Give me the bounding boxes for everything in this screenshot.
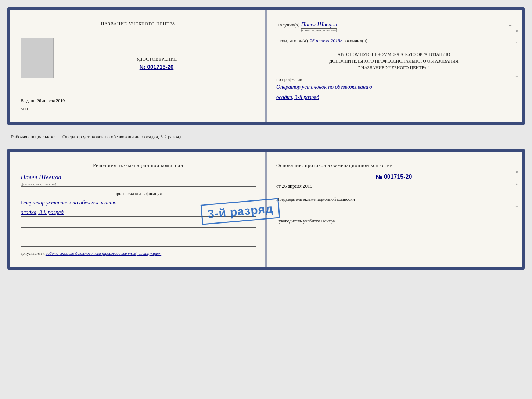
card1-cert-text-block: УДОСТОВЕРЕНИЕ № 001715-20 [57,38,256,70]
decision-title: Решением экзаменационной комиссии [21,163,256,168]
org-line3: " НАЗВАНИЕ УЧЕБНОГО ЦЕНТРА " [276,64,511,71]
dash: – [509,22,512,28]
training-center-title: НАЗВАНИЕ УЧЕБНОГО ЦЕНТРА [21,21,256,27]
mp-label: М.П. [21,107,256,111]
certificate-card-1: НАЗВАНИЕ УЧЕБНОГО ЦЕНТРА УДОСТОВЕРЕНИЕ №… [7,7,525,125]
card2-name-sub: (фамилия, имя, отчество) [21,182,256,187]
cert-number-block: УДОСТОВЕРЕНИЕ № 001715-20 [57,53,256,70]
issued-label: Выдано [21,98,35,104]
vtom-date: 26 апреля 2019г. [310,38,343,44]
certificate-card-2: Решением экзаменационной комиссии Павел … [7,149,525,270]
ot-line: от 26 апреля 2019 [276,183,511,189]
predsedatel-sig-line [276,204,511,212]
issued-line: Выдано 26 апреля 2019 [21,97,256,104]
vtom-label: в том, что он(а) [276,38,308,44]
card2-right-panel: Основание: протокол экзаменационной коми… [266,152,522,267]
допускается-label: допускается к [21,251,44,256]
card2-name: Павел Швецов [21,174,256,181]
osnov-label: Основание: протокол экзаменационной коми… [276,163,511,168]
photo-placeholder [21,38,54,78]
ruk-label: Руководитель учебного Центра [276,218,511,224]
okonchil-label: окончил(а) [345,38,367,44]
predsedatel-block: Председатель экзаменационной комиссии [276,196,511,212]
card1-left-panel: НАЗВАНИЕ УЧЕБНОГО ЦЕНТРА УДОСТОВЕРЕНИЕ №… [10,10,266,122]
profession-label: по профессии [276,77,511,82]
profession-value-line2: осадка, 3-й разряд [276,94,511,101]
proto-number: № 001715-20 [276,174,511,180]
pred-label: Председатель экзаменационной комиссии [276,196,511,203]
received-name: Павел Швецов [301,21,337,29]
org-line1: АВТОНОМНУЮ НЕКОММЕРЧЕСКУЮ ОРГАНИЗАЦИЮ [276,51,511,58]
received-label: Получил(а) [276,22,299,28]
card1-content-flex: УДОСТОВЕРЕНИЕ № 001715-20 [21,38,256,78]
ot-date: 26 апреля 2019 [282,183,312,189]
received-name-subtitle: (фамилия, имя, отчество) [301,28,337,32]
page-container: НАЗВАНИЕ УЧЕБНОГО ЦЕНТРА УДОСТОВЕРЕНИЕ №… [7,7,525,270]
допускается-value: работе согласно должностным (производств… [46,251,161,256]
org-line2: ДОПОЛНИТЕЛЬНОГО ПРОФЕССИОНАЛЬНОГО ОБРАЗО… [276,58,511,64]
separator-text: Рабочая специальность - Оператор установ… [11,134,525,140]
org-block: АВТОНОМНУЮ НЕКОММЕРЧЕСКУЮ ОРГАНИЗАЦИЮ ДО… [276,51,511,71]
ot-label: от [276,183,281,189]
received-line: Получил(а) Павел Швецов (фамилия, имя, о… [276,21,511,32]
cert-title: УДОСТОВЕРЕНИЕ [57,56,256,62]
sig-line-2 [21,230,256,237]
ruk-sig-line [276,226,511,234]
vtom-line: в том, что он(а) 26 апреля 2019г. окончи… [276,38,511,44]
rukovoditel-block: Руководитель учебного Центра [276,218,511,234]
profession-value-line1: Оператор установок по обезвоживанию [276,84,511,91]
card1-right-panel: Получил(а) Павел Швецов (фамилия, имя, о… [266,10,522,122]
signature-lines [21,220,256,247]
assigned-qual-label: присвоена квалификация [21,191,256,197]
issued-date: 26 апреля 2019 [37,98,65,104]
cert-number: № 001715-20 [140,64,174,70]
sig-line-3 [21,239,256,247]
right-edge-marks: и а ← – – [516,29,520,78]
right-edge-marks-2: и а ← – – – [516,170,520,231]
допускается-line: допускается к работе согласно должностны… [21,251,256,256]
